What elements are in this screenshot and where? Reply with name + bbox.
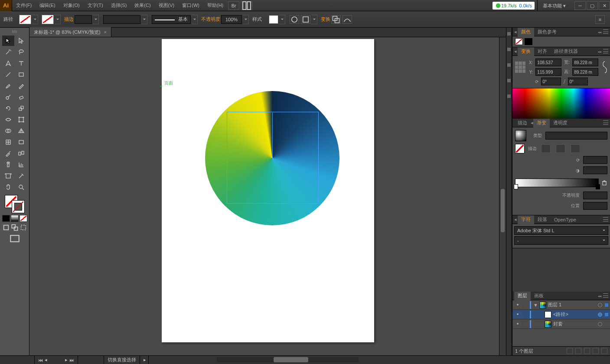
eraser-tool[interactable] xyxy=(15,92,27,102)
locate-layer-icon[interactable] xyxy=(567,348,573,354)
window-minimize[interactable]: ─ xyxy=(574,1,586,10)
window-close[interactable]: ✕ xyxy=(599,1,610,10)
opacity-value[interactable]: 100% xyxy=(221,15,242,24)
menu-window[interactable]: 窗口(W) xyxy=(178,0,203,11)
recolor-icon[interactable] xyxy=(290,15,299,24)
tab-layers[interactable]: 图层 xyxy=(514,292,531,300)
tab-artboards[interactable]: 画板 xyxy=(531,292,547,300)
tab-transparency[interactable]: 透明度 xyxy=(550,119,571,127)
zoom-tool[interactable] xyxy=(15,182,27,192)
symbol-sprayer-tool[interactable] xyxy=(2,159,14,170)
transform-link[interactable]: 变换 xyxy=(321,16,330,23)
fill-swatch[interactable] xyxy=(19,15,31,24)
stroke-dropdown[interactable] xyxy=(55,15,61,24)
new-layer-icon[interactable] xyxy=(593,348,599,354)
stroke-weight[interactable] xyxy=(75,15,92,24)
layer-row[interactable]: 封套 xyxy=(512,319,610,329)
pen-tool[interactable] xyxy=(2,58,14,68)
mode-none[interactable] xyxy=(20,215,27,222)
graph-tool[interactable] xyxy=(15,159,27,170)
grad-stroke-across[interactable] xyxy=(571,144,580,153)
target-icon[interactable] xyxy=(598,312,602,317)
tab-stroke-panel[interactable]: 描边 xyxy=(514,119,531,127)
mode-color[interactable] xyxy=(2,215,10,222)
close-tab-icon[interactable]: × xyxy=(104,29,107,35)
twisty-icon[interactable]: ▼ xyxy=(533,302,538,308)
grad-stroke-within[interactable] xyxy=(541,144,551,153)
collapsed-panel-strip[interactable] xyxy=(506,28,512,355)
menu-edit[interactable]: 编辑(E) xyxy=(36,0,59,11)
scale-tool[interactable] xyxy=(15,103,27,114)
artboard-next-icon[interactable]: ▸ xyxy=(65,357,68,363)
tab-pathfinder[interactable]: 路径查找器 xyxy=(551,47,581,56)
stroke-link[interactable]: 描边 xyxy=(64,16,74,23)
gradient-tool[interactable] xyxy=(15,137,27,147)
line-tool[interactable] xyxy=(2,69,14,80)
document-tab[interactable]: 未标题-1* @ 83% (CMYK/预览) × xyxy=(29,27,111,37)
toolbox-grip[interactable] xyxy=(2,29,28,34)
grad-stroke-along[interactable] xyxy=(556,144,565,153)
rotate-field[interactable]: 0° xyxy=(541,78,561,85)
gradient-type[interactable] xyxy=(545,132,607,140)
transform-x[interactable]: 108.537 xyxy=(535,58,561,66)
draw-behind[interactable] xyxy=(11,224,19,231)
mode-gradient[interactable] xyxy=(11,215,19,222)
vertical-scrollbar[interactable] xyxy=(499,37,506,355)
grad-stop-opacity[interactable] xyxy=(583,192,607,199)
var-width-profile[interactable] xyxy=(103,15,140,24)
artboard-tool[interactable] xyxy=(2,171,14,181)
menu-type[interactable]: 文字(T) xyxy=(84,0,107,11)
panel-menu-icon[interactable] xyxy=(603,29,608,34)
menu-view[interactable]: 视图(V) xyxy=(155,0,179,11)
collapse-icon[interactable]: ◂◂ xyxy=(598,30,601,34)
font-style[interactable]: - xyxy=(514,236,608,245)
menu-help[interactable]: 帮助(H) xyxy=(203,0,227,11)
mesh-tool[interactable] xyxy=(2,137,14,147)
horizontal-scrollbar[interactable] xyxy=(217,357,359,362)
artboard-last-icon[interactable]: ⏭ xyxy=(69,358,74,363)
fill-none-swatch[interactable] xyxy=(515,38,523,45)
font-family[interactable]: Adobe 宋体 Std L xyxy=(514,226,608,235)
layer-name[interactable]: <路径> xyxy=(553,311,568,318)
window-maximize[interactable]: ▢ xyxy=(587,1,598,10)
screen-mode[interactable] xyxy=(9,234,21,244)
menu-object[interactable]: 对象(O) xyxy=(59,0,84,11)
link-wh-icon[interactable] xyxy=(602,61,607,74)
magic-wand-tool[interactable] xyxy=(2,47,14,57)
tab-transform[interactable]: 变换 xyxy=(518,47,534,56)
grad-aspect[interactable] xyxy=(583,166,607,174)
gradient-stroke-none[interactable] xyxy=(515,144,525,153)
shear-field[interactable]: 0° xyxy=(568,78,588,85)
canvas[interactable]: ⌐ 页面 xyxy=(29,37,506,355)
tab-character[interactable]: 字符 xyxy=(518,215,534,224)
tab-align[interactable]: 对齐 xyxy=(534,47,551,56)
tab-color-guide[interactable]: 颜色参考 xyxy=(534,28,560,36)
free-transform-tool[interactable] xyxy=(15,114,27,125)
rotate-tool[interactable] xyxy=(2,103,14,114)
bridge-icon[interactable]: Br xyxy=(228,1,239,10)
lasso-tool[interactable] xyxy=(15,47,27,57)
stroke-weight-drop[interactable] xyxy=(93,15,99,24)
target-icon[interactable] xyxy=(598,303,602,307)
paintbrush-tool[interactable] xyxy=(2,81,14,91)
visibility-icon[interactable] xyxy=(514,302,521,308)
visibility-icon[interactable] xyxy=(514,312,521,318)
transform-y[interactable]: 115.999 xyxy=(535,68,561,76)
blob-brush-tool[interactable] xyxy=(2,92,14,102)
shape-builder-tool[interactable] xyxy=(2,126,14,136)
make-clip-icon[interactable] xyxy=(575,348,581,354)
hand-tool[interactable] xyxy=(2,182,14,192)
selection-tool[interactable] xyxy=(2,36,14,46)
stroke-black-swatch[interactable] xyxy=(525,38,532,45)
stroke-swatch[interactable] xyxy=(42,15,54,24)
draw-inside[interactable] xyxy=(20,224,27,231)
var-width-drop[interactable] xyxy=(141,15,147,24)
reference-point[interactable] xyxy=(515,62,525,73)
perspective-tool[interactable] xyxy=(15,126,27,136)
tab-gradient[interactable]: 渐变 xyxy=(533,119,550,127)
align-drop[interactable] xyxy=(311,15,317,24)
eyedropper-tool[interactable] xyxy=(2,148,14,159)
delete-stop-icon[interactable] xyxy=(601,180,607,186)
blend-tool[interactable] xyxy=(15,148,27,159)
layer-row[interactable]: ▼ 图层 1 xyxy=(512,300,610,310)
